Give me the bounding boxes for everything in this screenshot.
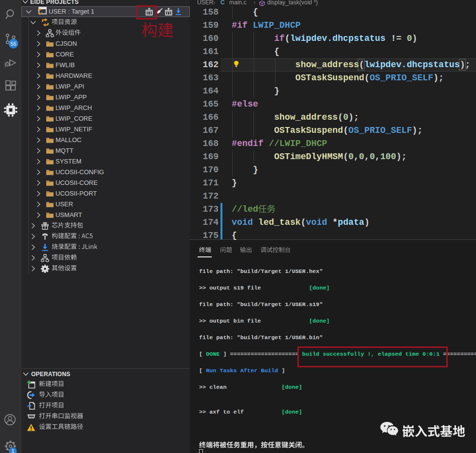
- svg-text:1: 1: [12, 449, 15, 453]
- svg-text:55: 55: [10, 41, 16, 47]
